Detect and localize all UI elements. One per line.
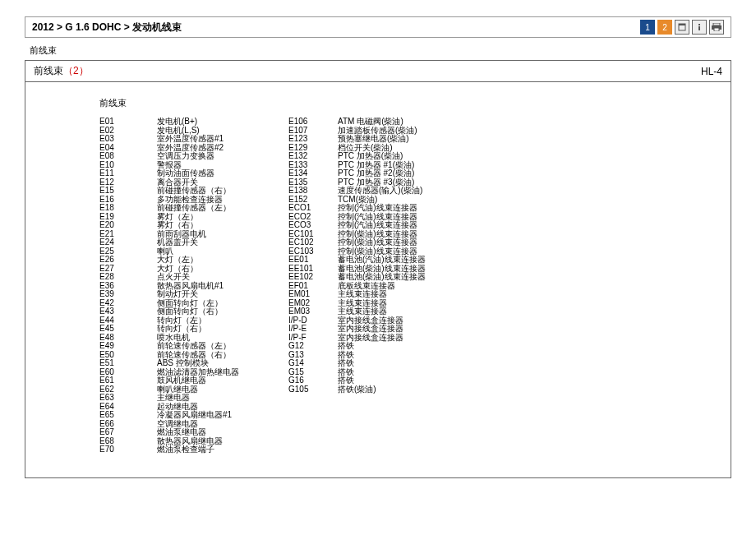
row-desc: 发电机(B+) — [157, 118, 197, 127]
table-row: EE102蓄电池(柴油)线束连接器 — [288, 273, 426, 282]
page-2-button[interactable]: 2 — [657, 20, 672, 35]
row-code: E49 — [99, 342, 157, 351]
row-code: E67 — [99, 428, 157, 437]
row-desc: 主线束连接器 — [338, 290, 387, 299]
table-row: E106ATM 电磁阀(柴油) — [288, 118, 426, 127]
row-code: E15 — [99, 187, 157, 196]
row-code: G105 — [288, 385, 338, 394]
table-row: E28点火开关 — [99, 273, 239, 282]
table-row: E45转向灯（右） — [99, 325, 239, 334]
row-desc: 控制(柴油)线束连接器 — [338, 238, 417, 247]
row-code: G16 — [288, 376, 338, 385]
row-desc: 控制(汽油)线束连接器 — [338, 204, 417, 213]
row-code: E11 — [99, 169, 157, 178]
window-icon[interactable] — [675, 20, 689, 35]
row-code: ECO1 — [288, 204, 338, 213]
row-code: E132 — [288, 152, 338, 161]
table-row: E24机器盖开关 — [99, 238, 239, 247]
table-row: G13搭铁 — [288, 351, 426, 360]
row-code: E20 — [99, 221, 157, 230]
svg-rect-1 — [679, 24, 685, 25]
table-row: E11制动油面传感器 — [99, 169, 239, 178]
row-desc: 前碰撞传感器（右） — [157, 187, 231, 196]
row-desc: 鼓风机继电器 — [157, 376, 206, 385]
header-bar: 2012 > G 1.6 DOHC > 发动机线束 1 2 — [25, 16, 731, 38]
row-desc: 室内接线盒连接器 — [338, 325, 403, 334]
row-code: E134 — [288, 169, 338, 178]
print-icon[interactable] — [709, 20, 724, 35]
table-row: E134PTC 加热器 #2(柴油) — [288, 169, 426, 178]
title-number: （2） — [63, 65, 89, 76]
table-row: E49前轮速传感器（左） — [99, 342, 239, 351]
table-row: E132PTC 加热器(柴油) — [288, 152, 426, 161]
row-desc: PTC 加热器 #2(柴油) — [338, 169, 414, 178]
breadcrumb: 2012 > G 1.6 DOHC > 发动机线束 — [32, 21, 182, 35]
table-row: EC102控制(柴油)线束连接器 — [288, 238, 426, 247]
table-row: E67燃油泵继电器 — [99, 428, 239, 437]
table-row: I/P-E室内接线盒连接器 — [288, 325, 426, 334]
table-row: ECO3控制(汽油)线束连接器 — [288, 221, 426, 230]
row-code: E63 — [99, 394, 157, 403]
row-code: I/P-E — [288, 325, 338, 334]
row-code: EE01 — [288, 256, 338, 265]
document-body: 前线束 E01发电机(B+)E02发电机(L,S)E03室外温度传感器#1E04… — [25, 82, 731, 477]
row-desc: 雾灯（右） — [157, 221, 198, 230]
row-desc: 机器盖开关 — [157, 238, 198, 247]
table-row: E123预热塞继电器(柴油) — [288, 135, 426, 144]
document-code: HL-4 — [701, 66, 722, 77]
row-code: E106 — [288, 118, 338, 127]
row-code: E138 — [288, 187, 338, 196]
row-desc: 主线束连接器 — [338, 307, 387, 316]
table-row: E20雾灯（右） — [99, 221, 239, 230]
svg-rect-2 — [698, 24, 700, 25]
table-row: G105搭铁(柴油) — [288, 385, 426, 394]
table-row: E63主继电器 — [99, 394, 239, 403]
table-row: E15前碰撞传感器（右） — [99, 187, 239, 196]
row-desc: 主继电器 — [157, 394, 190, 403]
table-row: EM01主线束连接器 — [288, 290, 426, 299]
table-row: EE01蓄电池(汽油)线束连接器 — [288, 256, 426, 265]
row-desc: 制动油面传感器 — [157, 169, 214, 178]
row-desc: 前轮速传感器（左） — [157, 342, 231, 351]
row-code: E43 — [99, 307, 157, 316]
row-desc: PTC 加热器(柴油) — [338, 152, 403, 161]
row-code: E28 — [99, 273, 157, 282]
table-row: E70燃油泵检查端子 — [99, 445, 239, 454]
row-desc: 搭铁 — [338, 359, 354, 368]
row-code: E26 — [99, 256, 157, 265]
table-row: E138速度传感器(输入)(柴油) — [288, 187, 426, 196]
title-text: 前线束 — [34, 65, 63, 76]
row-code: E39 — [99, 290, 157, 299]
table-row: E61鼓风机继电器 — [99, 376, 239, 385]
row-code: E65 — [99, 411, 157, 420]
row-code: E08 — [99, 152, 157, 161]
row-code: ECO3 — [288, 221, 338, 230]
table-row: E65冷凝器风扇继电器#1 — [99, 411, 239, 420]
row-desc: 搭铁 — [338, 376, 354, 385]
row-desc: 冷凝器风扇继电器#1 — [157, 411, 232, 420]
table-row: EM03主线束连接器 — [288, 307, 426, 316]
left-column: E01发电机(B+)E02发电机(L,S)E03室外温度传感器#1E04室外温度… — [99, 118, 239, 454]
svg-rect-3 — [698, 26, 700, 30]
row-code: E01 — [99, 118, 157, 127]
row-code: E03 — [99, 135, 157, 144]
table-row: G12搭铁 — [288, 342, 426, 351]
info-icon[interactable] — [692, 20, 707, 35]
page-1-button[interactable]: 1 — [640, 20, 655, 35]
row-code: EC102 — [288, 238, 338, 247]
row-desc: 点火开关 — [157, 273, 190, 282]
toolbar: 1 2 — [640, 20, 724, 35]
row-code: EM03 — [288, 307, 338, 316]
table-row: G15搭铁 — [288, 368, 426, 377]
row-desc: ABS 控制模块 — [157, 359, 209, 368]
table-row: E43侧面转向灯（右） — [99, 307, 239, 316]
table-row: I/P-F室内接线盒连接器 — [288, 334, 426, 343]
table-row: E01发电机(B+) — [99, 118, 239, 127]
row-desc: 大灯（左） — [157, 256, 198, 265]
row-desc: 燃油泵继电器 — [157, 428, 206, 437]
row-desc: 速度传感器(输入)(柴油) — [338, 187, 422, 196]
document-title: 前线束（2） — [34, 64, 89, 78]
row-code: EE102 — [288, 273, 338, 282]
row-code: E61 — [99, 376, 157, 385]
row-code: E45 — [99, 325, 157, 334]
